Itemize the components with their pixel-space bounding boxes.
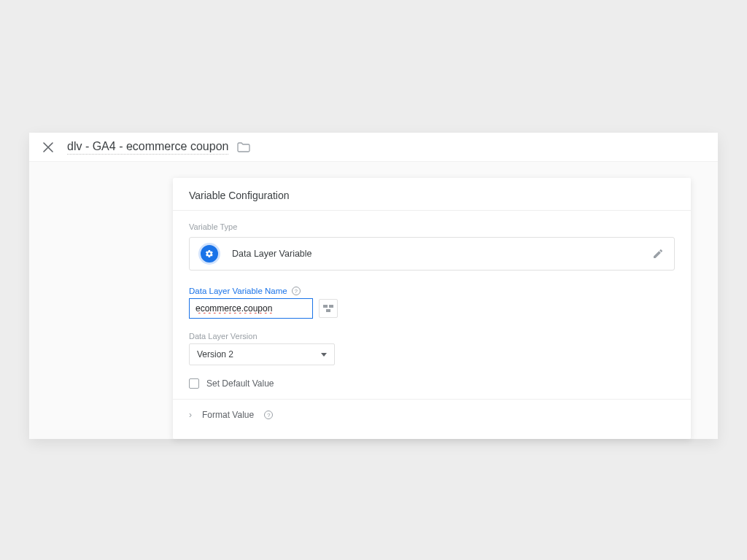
chevron-right-icon: ›	[189, 410, 192, 420]
card-title: Variable Configuration	[173, 178, 691, 210]
svg-rect-2	[326, 309, 330, 312]
format-value-section[interactable]: › Format Value ?	[173, 399, 691, 430]
format-value-label: Format Value	[202, 410, 254, 420]
pencil-icon[interactable]	[652, 248, 664, 260]
variable-type-value: Data Layer Variable	[232, 249, 312, 259]
version-select[interactable]: Version 2	[189, 343, 335, 365]
variable-name-input[interactable]	[189, 298, 313, 319]
config-card: Variable Configuration Variable Type Dat…	[173, 178, 691, 439]
card-body: Variable Type Data Layer Variable Data L…	[173, 211, 691, 399]
gear-icon	[198, 243, 220, 265]
svg-rect-0	[323, 305, 328, 308]
variable-name-label: Data Layer Variable Name ?	[189, 287, 675, 295]
canvas: Variable Configuration Variable Type Dat…	[29, 162, 718, 439]
variable-name-row	[189, 298, 675, 319]
checkbox-icon	[189, 378, 199, 389]
close-icon[interactable]	[39, 139, 57, 156]
variable-picker-icon[interactable]	[319, 299, 338, 318]
variable-title[interactable]: dlv - GA4 - ecommerce coupon	[67, 140, 228, 155]
variable-type-label: Variable Type	[189, 222, 675, 231]
editor-panel: dlv - GA4 - ecommerce coupon Variable Co…	[29, 133, 718, 439]
help-icon[interactable]: ?	[264, 411, 273, 419]
set-default-label: Set Default Value	[206, 378, 274, 389]
version-value: Version 2	[197, 349, 233, 359]
svg-rect-1	[329, 305, 333, 308]
version-label: Data Layer Version	[189, 332, 675, 341]
panel-header: dlv - GA4 - ecommerce coupon	[29, 133, 718, 162]
help-icon[interactable]: ?	[292, 287, 301, 295]
chevron-down-icon	[321, 353, 327, 357]
set-default-checkbox[interactable]: Set Default Value	[189, 378, 675, 389]
variable-type-selector[interactable]: Data Layer Variable	[189, 237, 675, 271]
folder-icon[interactable]	[237, 142, 250, 152]
variable-name-label-text: Data Layer Variable Name	[189, 287, 287, 295]
